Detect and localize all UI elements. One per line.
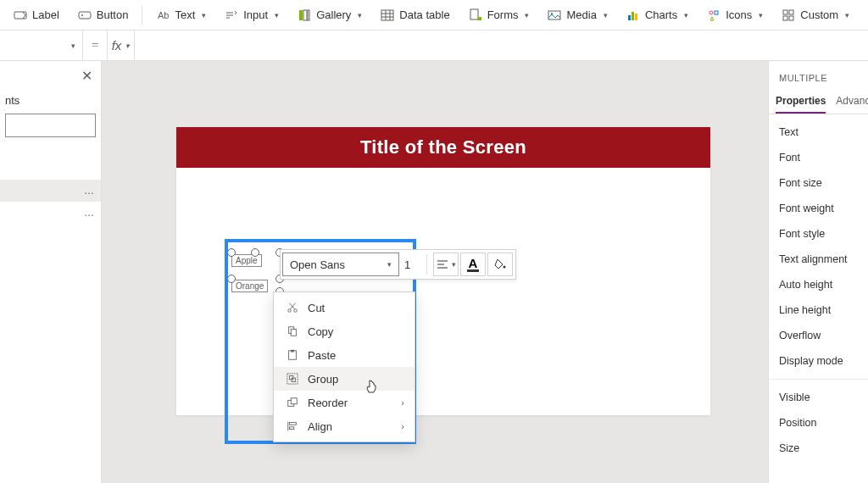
property-row[interactable]: Line height: [769, 297, 868, 323]
text-align-button[interactable]: ▾: [433, 253, 459, 276]
chevron-down-icon: ▾: [525, 11, 529, 19]
chevron-down-icon: ▾: [387, 260, 392, 269]
context-menu-copy[interactable]: Copy: [274, 319, 415, 343]
svg-rect-7: [299, 10, 303, 20]
formula-input[interactable]: [134, 31, 868, 60]
font-size-value[interactable]: 1: [404, 258, 421, 271]
svg-rect-20: [635, 14, 637, 20]
ribbon-text[interactable]: Ab Text ▾: [147, 5, 214, 25]
ribbon-input[interactable]: Input ▾: [216, 5, 287, 25]
ribbon-icons[interactable]: Icons ▾: [698, 5, 771, 25]
ribbon-label-text: Input: [243, 8, 268, 21]
context-menu-label: Reorder: [308, 397, 348, 409]
ribbon-data-table[interactable]: Data table: [372, 5, 458, 25]
property-row[interactable]: Overflow: [769, 323, 868, 348]
resize-handle[interactable]: [227, 248, 236, 257]
property-row[interactable]: Visible: [769, 385, 868, 410]
group-icon: [286, 372, 299, 386]
font-color-a-icon: A: [467, 257, 480, 272]
context-menu-group[interactable]: Group: [274, 367, 415, 391]
svg-point-30: [504, 266, 506, 269]
tree-view-panel: ✕ nts … …: [0, 61, 102, 483]
svg-rect-18: [628, 15, 631, 20]
tree-search-input[interactable]: [5, 114, 96, 137]
context-menu-align[interactable]: Align ›: [274, 414, 415, 438]
font-family-dropdown[interactable]: Open Sans ▾: [282, 253, 399, 276]
properties-header: MULTIPLE: [769, 61, 868, 88]
svg-line-34: [290, 303, 295, 309]
media-icon: [548, 8, 561, 22]
svg-rect-38: [291, 350, 294, 353]
font-color-button[interactable]: A: [460, 253, 486, 276]
chevron-right-icon: ›: [401, 421, 404, 431]
svg-rect-39: [287, 374, 298, 384]
context-menu-reorder[interactable]: Reorder ›: [274, 391, 415, 414]
floating-format-toolbar: Open Sans ▾ 1 ▾ A: [280, 249, 516, 280]
context-menu-label: Copy: [308, 325, 333, 338]
tree-item[interactable]: …: [0, 202, 101, 224]
canvas-area[interactable]: Title of the Screen Apple Orange Open Sa…: [102, 61, 768, 483]
align-icon: [286, 419, 299, 433]
property-row[interactable]: Font size: [769, 170, 868, 196]
context-menu-label: Group: [308, 373, 338, 386]
input-icon: [225, 8, 238, 22]
formula-fx-button[interactable]: fx ▾: [107, 31, 134, 60]
formula-property-selector[interactable]: ▾: [0, 31, 83, 60]
property-row[interactable]: Position: [769, 410, 868, 436]
tab-properties[interactable]: Properties: [776, 88, 826, 114]
svg-line-33: [290, 303, 295, 309]
ribbon-gallery[interactable]: Gallery ▾: [289, 5, 370, 25]
svg-point-31: [288, 309, 292, 313]
context-menu-cut[interactable]: Cut: [274, 296, 415, 319]
property-row[interactable]: Auto height: [769, 272, 868, 297]
chevron-down-icon: ▾: [125, 42, 130, 50]
fill-color-button[interactable]: [487, 253, 513, 276]
property-row[interactable]: Display mode: [769, 348, 868, 374]
close-icon[interactable]: ✕: [81, 68, 92, 84]
ribbon-button[interactable]: Button: [70, 5, 137, 25]
property-row[interactable]: Text alignment: [769, 247, 868, 272]
svg-rect-10: [381, 10, 393, 20]
property-row[interactable]: Font: [769, 145, 868, 170]
property-row[interactable]: Font weight: [769, 196, 868, 221]
ribbon-charts[interactable]: Charts ▾: [618, 5, 697, 25]
ribbon-label[interactable]: Label: [5, 5, 68, 25]
svg-rect-9: [308, 10, 309, 20]
ribbon-label-text: Text: [175, 8, 195, 21]
text-icon: Ab: [156, 8, 170, 22]
ribbon-media[interactable]: Media ▾: [539, 5, 615, 25]
forms-icon: [469, 8, 482, 22]
ribbon-label-text: Charts: [645, 8, 677, 21]
svg-point-32: [294, 309, 298, 313]
data-table-icon: [381, 8, 394, 22]
toolbar-separator: [426, 254, 427, 275]
svg-rect-26: [789, 16, 793, 20]
selected-control-orange[interactable]: Orange: [231, 280, 268, 292]
resize-handle[interactable]: [227, 275, 236, 283]
property-row[interactable]: Size: [769, 436, 868, 461]
properties-list: Text Font Font size Font weight Font sty…: [769, 114, 868, 466]
svg-rect-16: [548, 11, 560, 19]
context-menu-paste[interactable]: Paste: [274, 343, 415, 367]
tab-advanced[interactable]: Advanc: [836, 88, 868, 114]
ribbon-label-text: Icons: [726, 8, 752, 21]
tree-item[interactable]: …: [0, 180, 101, 202]
screen-title-label[interactable]: Title of the Screen: [176, 127, 710, 168]
property-row[interactable]: Text: [769, 119, 868, 145]
properties-tabs: Properties Advanc: [769, 88, 868, 114]
svg-rect-23: [783, 10, 787, 14]
property-row[interactable]: Font style: [769, 221, 868, 247]
reorder-icon: [286, 396, 299, 409]
ribbon-forms[interactable]: Forms ▾: [460, 5, 538, 25]
ribbon-label-text: Data table: [399, 8, 449, 21]
ribbon-custom[interactable]: Custom ▾: [773, 5, 858, 25]
resize-handle[interactable]: [251, 248, 259, 257]
properties-divider: [769, 379, 868, 380]
context-menu: Cut Copy Paste Group Reorder ›: [273, 291, 415, 442]
font-family-value: Open Sans: [290, 258, 345, 271]
chevron-down-icon: ▾: [202, 11, 206, 19]
fx-label: fx: [112, 38, 122, 53]
formula-equals: =: [83, 38, 107, 53]
context-menu-label: Paste: [308, 349, 336, 362]
svg-point-21: [709, 11, 713, 14]
